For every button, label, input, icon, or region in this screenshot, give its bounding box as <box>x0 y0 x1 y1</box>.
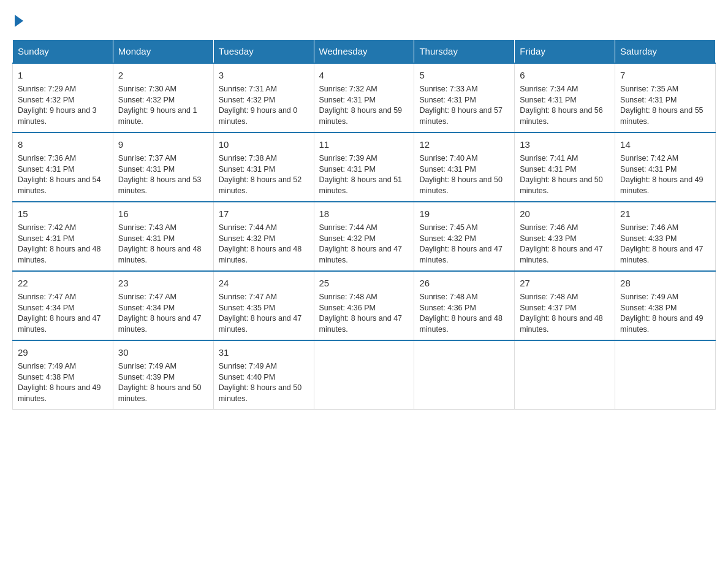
day-info: Sunrise: 7:37 AM Sunset: 4:31 PM Dayligh… <box>118 153 208 196</box>
calendar-week-row: 29 Sunrise: 7:49 AM Sunset: 4:38 PM Dayl… <box>13 340 716 410</box>
day-number: 3 <box>219 69 309 82</box>
day-info: Sunrise: 7:49 AM Sunset: 4:39 PM Dayligh… <box>118 361 208 404</box>
calendar-week-row: 1 Sunrise: 7:29 AM Sunset: 4:32 PM Dayli… <box>13 63 716 132</box>
day-info: Sunrise: 7:32 AM Sunset: 4:31 PM Dayligh… <box>319 84 409 127</box>
day-info: Sunrise: 7:30 AM Sunset: 4:32 PM Dayligh… <box>118 84 208 127</box>
day-info: Sunrise: 7:47 AM Sunset: 4:35 PM Dayligh… <box>219 292 309 335</box>
day-info: Sunrise: 7:44 AM Sunset: 4:32 PM Dayligh… <box>219 223 309 266</box>
day-info: Sunrise: 7:48 AM Sunset: 4:36 PM Dayligh… <box>419 292 509 335</box>
calendar-day-cell <box>515 340 615 410</box>
day-of-week-header: Friday <box>515 40 615 64</box>
day-info: Sunrise: 7:48 AM Sunset: 4:36 PM Dayligh… <box>319 292 409 335</box>
calendar-day-cell: 31 Sunrise: 7:49 AM Sunset: 4:40 PM Dayl… <box>213 340 314 410</box>
day-number: 15 <box>18 207 108 220</box>
day-info: Sunrise: 7:42 AM Sunset: 4:31 PM Dayligh… <box>18 223 108 266</box>
day-number: 26 <box>419 277 509 289</box>
calendar-day-cell: 22 Sunrise: 7:47 AM Sunset: 4:34 PM Dayl… <box>13 271 113 340</box>
day-info: Sunrise: 7:36 AM Sunset: 4:31 PM Dayligh… <box>18 153 108 196</box>
calendar-day-cell: 24 Sunrise: 7:47 AM Sunset: 4:35 PM Dayl… <box>213 271 314 340</box>
day-info: Sunrise: 7:49 AM Sunset: 4:38 PM Dayligh… <box>620 292 710 335</box>
day-info: Sunrise: 7:31 AM Sunset: 4:32 PM Dayligh… <box>219 84 309 127</box>
logo <box>12 12 23 27</box>
day-number: 25 <box>319 277 409 289</box>
day-number: 18 <box>319 207 409 220</box>
day-info: Sunrise: 7:49 AM Sunset: 4:40 PM Dayligh… <box>219 361 309 404</box>
calendar-day-cell <box>414 340 515 410</box>
day-info: Sunrise: 7:33 AM Sunset: 4:31 PM Dayligh… <box>419 84 509 127</box>
calendar-day-cell: 7 Sunrise: 7:35 AM Sunset: 4:31 PM Dayli… <box>615 63 716 132</box>
day-number: 5 <box>419 69 509 82</box>
calendar-day-cell: 10 Sunrise: 7:38 AM Sunset: 4:31 PM Dayl… <box>213 132 314 202</box>
calendar-day-cell: 20 Sunrise: 7:46 AM Sunset: 4:33 PM Dayl… <box>515 202 615 271</box>
day-number: 30 <box>118 346 208 359</box>
day-of-week-header: Saturday <box>615 40 716 64</box>
day-number: 29 <box>18 346 108 359</box>
day-of-week-header: Thursday <box>414 40 515 64</box>
calendar-day-cell: 21 Sunrise: 7:46 AM Sunset: 4:33 PM Dayl… <box>615 202 716 271</box>
day-of-week-header: Tuesday <box>213 40 314 64</box>
calendar-day-cell: 14 Sunrise: 7:42 AM Sunset: 4:31 PM Dayl… <box>615 132 716 202</box>
calendar-day-cell: 30 Sunrise: 7:49 AM Sunset: 4:39 PM Dayl… <box>113 340 213 410</box>
calendar-day-cell: 29 Sunrise: 7:49 AM Sunset: 4:38 PM Dayl… <box>13 340 113 410</box>
calendar-day-cell: 8 Sunrise: 7:36 AM Sunset: 4:31 PM Dayli… <box>13 132 113 202</box>
calendar-day-cell <box>314 340 414 410</box>
calendar-day-cell: 13 Sunrise: 7:41 AM Sunset: 4:31 PM Dayl… <box>515 132 615 202</box>
day-number: 24 <box>219 277 309 289</box>
calendar-day-cell: 3 Sunrise: 7:31 AM Sunset: 4:32 PM Dayli… <box>213 63 314 132</box>
calendar-day-cell: 15 Sunrise: 7:42 AM Sunset: 4:31 PM Dayl… <box>13 202 113 271</box>
day-number: 13 <box>520 138 610 151</box>
calendar-day-cell: 25 Sunrise: 7:48 AM Sunset: 4:36 PM Dayl… <box>314 271 414 340</box>
day-info: Sunrise: 7:43 AM Sunset: 4:31 PM Dayligh… <box>118 223 208 266</box>
calendar-day-cell: 17 Sunrise: 7:44 AM Sunset: 4:32 PM Dayl… <box>213 202 314 271</box>
day-number: 12 <box>419 138 509 151</box>
day-info: Sunrise: 7:35 AM Sunset: 4:31 PM Dayligh… <box>620 84 710 127</box>
calendar-day-cell: 12 Sunrise: 7:40 AM Sunset: 4:31 PM Dayl… <box>414 132 515 202</box>
day-info: Sunrise: 7:41 AM Sunset: 4:31 PM Dayligh… <box>520 153 610 196</box>
day-info: Sunrise: 7:29 AM Sunset: 4:32 PM Dayligh… <box>18 84 108 127</box>
day-info: Sunrise: 7:46 AM Sunset: 4:33 PM Dayligh… <box>520 223 610 266</box>
day-number: 1 <box>18 69 108 82</box>
calendar-day-cell: 19 Sunrise: 7:45 AM Sunset: 4:32 PM Dayl… <box>414 202 515 271</box>
calendar-day-cell <box>615 340 716 410</box>
calendar-table: SundayMondayTuesdayWednesdayThursdayFrid… <box>12 39 716 410</box>
day-number: 20 <box>520 207 610 220</box>
day-number: 27 <box>520 277 610 289</box>
day-number: 4 <box>319 69 409 82</box>
day-info: Sunrise: 7:38 AM Sunset: 4:31 PM Dayligh… <box>219 153 309 196</box>
day-info: Sunrise: 7:47 AM Sunset: 4:34 PM Dayligh… <box>118 292 208 335</box>
calendar-day-cell: 18 Sunrise: 7:44 AM Sunset: 4:32 PM Dayl… <box>314 202 414 271</box>
logo-arrow-icon <box>15 15 23 27</box>
day-of-week-header: Sunday <box>13 40 113 64</box>
calendar-day-cell: 26 Sunrise: 7:48 AM Sunset: 4:36 PM Dayl… <box>414 271 515 340</box>
calendar-day-cell: 5 Sunrise: 7:33 AM Sunset: 4:31 PM Dayli… <box>414 63 515 132</box>
day-info: Sunrise: 7:46 AM Sunset: 4:33 PM Dayligh… <box>620 223 710 266</box>
day-info: Sunrise: 7:44 AM Sunset: 4:32 PM Dayligh… <box>319 223 409 266</box>
calendar-day-cell: 28 Sunrise: 7:49 AM Sunset: 4:38 PM Dayl… <box>615 271 716 340</box>
day-number: 16 <box>118 207 208 220</box>
calendar-day-cell: 23 Sunrise: 7:47 AM Sunset: 4:34 PM Dayl… <box>113 271 213 340</box>
calendar-day-cell: 27 Sunrise: 7:48 AM Sunset: 4:37 PM Dayl… <box>515 271 615 340</box>
calendar-day-cell: 2 Sunrise: 7:30 AM Sunset: 4:32 PM Dayli… <box>113 63 213 132</box>
calendar-day-cell: 9 Sunrise: 7:37 AM Sunset: 4:31 PM Dayli… <box>113 132 213 202</box>
calendar-day-cell: 6 Sunrise: 7:34 AM Sunset: 4:31 PM Dayli… <box>515 63 615 132</box>
calendar-day-cell: 16 Sunrise: 7:43 AM Sunset: 4:31 PM Dayl… <box>113 202 213 271</box>
calendar-day-cell: 1 Sunrise: 7:29 AM Sunset: 4:32 PM Dayli… <box>13 63 113 132</box>
day-number: 19 <box>419 207 509 220</box>
day-number: 8 <box>18 138 108 151</box>
day-number: 28 <box>620 277 710 289</box>
calendar-day-cell: 11 Sunrise: 7:39 AM Sunset: 4:31 PM Dayl… <box>314 132 414 202</box>
page-header <box>12 12 716 27</box>
day-info: Sunrise: 7:48 AM Sunset: 4:37 PM Dayligh… <box>520 292 610 335</box>
day-info: Sunrise: 7:49 AM Sunset: 4:38 PM Dayligh… <box>18 361 108 404</box>
day-number: 7 <box>620 69 710 82</box>
day-info: Sunrise: 7:39 AM Sunset: 4:31 PM Dayligh… <box>319 153 409 196</box>
day-info: Sunrise: 7:34 AM Sunset: 4:31 PM Dayligh… <box>520 84 610 127</box>
day-info: Sunrise: 7:45 AM Sunset: 4:32 PM Dayligh… <box>419 223 509 266</box>
day-number: 10 <box>219 138 309 151</box>
calendar-week-row: 22 Sunrise: 7:47 AM Sunset: 4:34 PM Dayl… <box>13 271 716 340</box>
calendar-day-cell: 4 Sunrise: 7:32 AM Sunset: 4:31 PM Dayli… <box>314 63 414 132</box>
day-number: 2 <box>118 69 208 82</box>
calendar-header-row: SundayMondayTuesdayWednesdayThursdayFrid… <box>13 40 716 64</box>
day-number: 11 <box>319 138 409 151</box>
day-info: Sunrise: 7:47 AM Sunset: 4:34 PM Dayligh… <box>18 292 108 335</box>
